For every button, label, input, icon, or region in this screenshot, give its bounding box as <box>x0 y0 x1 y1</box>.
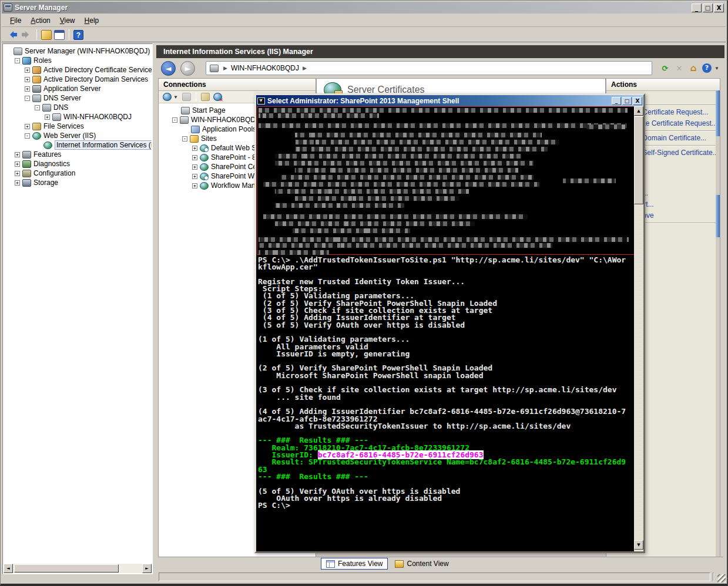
menu-item-view[interactable]: View <box>55 15 80 26</box>
tree-item-label[interactable]: DNS Server <box>43 94 81 102</box>
help-dropdown-icon[interactable]: ▼ <box>714 66 719 71</box>
tree-item-label[interactable]: SharePoint - 80 <box>211 153 260 161</box>
tree-item-label[interactable]: Server Manager (WIN-NFHAOK0BQDJ) <box>25 47 150 55</box>
powershell-titlebar[interactable]: Select Administrator: SharePoint 2013 Ma… <box>256 95 643 106</box>
tree-item[interactable]: Internet Information Services (IIS) M <box>4 140 152 150</box>
tree-item-label[interactable]: Application Server <box>43 85 100 93</box>
tab-label[interactable]: Content View <box>407 560 448 568</box>
minimize-button[interactable]: _ <box>692 4 702 12</box>
show-window-icon[interactable] <box>54 30 65 40</box>
expand-icon[interactable]: + <box>15 161 20 167</box>
iis-back-icon[interactable]: ◄ <box>161 61 176 76</box>
console-scrollbar[interactable]: ▲ ▼ <box>634 106 643 551</box>
ps-maximize-button[interactable]: □ <box>622 97 632 105</box>
menu-item-file[interactable]: File <box>5 15 26 26</box>
home-icon[interactable]: ⌂ <box>688 63 699 73</box>
maximize-button[interactable]: □ <box>703 4 713 12</box>
tree-item[interactable]: +Active Directory Domain Services <box>4 75 152 84</box>
iis-help-icon[interactable]: ? <box>702 63 712 73</box>
tree-item[interactable]: +File Services <box>4 122 152 131</box>
tree-item-label[interactable]: WIN-NFHAOK0BQDJ <box>63 113 132 121</box>
scroll-up-icon[interactable]: ▲ <box>634 106 643 116</box>
scrollbar-thumb[interactable] <box>634 116 643 204</box>
tree-item-label[interactable]: Features <box>33 150 61 159</box>
collapse-icon[interactable]: - <box>25 96 30 101</box>
ps-minimize-button[interactable]: _ <box>612 97 621 105</box>
tree-item-label[interactable]: Roles <box>33 56 52 65</box>
iis-forward-icon[interactable]: ► <box>180 61 195 76</box>
tree-item[interactable]: +Application Server <box>4 84 152 93</box>
storage-icon <box>22 179 31 187</box>
expand-icon[interactable]: + <box>15 152 20 157</box>
tree-item-label[interactable]: Configuration <box>33 169 75 177</box>
tree-item[interactable]: -Web Server (IIS) <box>4 131 152 140</box>
resize-grip[interactable] <box>717 574 726 582</box>
back-icon[interactable] <box>6 29 18 40</box>
tree-item-label[interactable]: Active Directory Certificate Services <box>43 66 152 74</box>
tree-item[interactable]: -Roles <box>4 56 152 65</box>
tree-item[interactable]: +Active Directory Certificate Services <box>4 65 152 75</box>
tree-item[interactable]: +Configuration <box>4 169 152 178</box>
breadcrumb-arrow-icon[interactable]: ▶ <box>303 65 307 71</box>
collapse-icon[interactable]: - <box>35 105 40 110</box>
close-button[interactable]: X <box>714 4 724 12</box>
menu-item-action[interactable]: Action <box>26 15 55 26</box>
tree-item[interactable]: +WIN-NFHAOK0BQDJ <box>4 112 152 122</box>
tree-item-label[interactable]: DNS <box>53 103 68 112</box>
expand-icon[interactable]: + <box>15 171 20 176</box>
scroll-left-icon[interactable]: ◄ <box>4 564 13 573</box>
scroll-down-icon[interactable]: ▼ <box>634 540 643 550</box>
tab-content-view[interactable]: Content View <box>390 558 453 570</box>
tree-horizontal-scrollbar[interactable]: ◄ ► <box>4 564 152 573</box>
tree-item[interactable]: +Features <box>4 150 152 159</box>
expand-icon[interactable]: + <box>192 146 197 151</box>
refresh-icon[interactable]: ⟳ <box>660 63 670 73</box>
iis-breadcrumb[interactable]: ▶ WIN-NFHAOK0BQDJ ▶ <box>206 61 652 75</box>
expand-icon[interactable]: + <box>45 114 50 120</box>
collapse-icon[interactable]: - <box>15 58 20 63</box>
expand-icon[interactable]: + <box>25 86 30 92</box>
tree-item[interactable]: Server Manager (WIN-NFHAOK0BQDJ) <box>4 46 152 56</box>
expand-icon[interactable]: + <box>25 77 30 82</box>
tree-item-label[interactable]: Web Server (IIS) <box>43 132 96 140</box>
tree-item-label[interactable]: File Services <box>43 122 84 130</box>
collapse-icon[interactable]: - <box>172 117 177 123</box>
expand-icon[interactable]: + <box>192 155 197 160</box>
tree-item-label[interactable]: Application Pools <box>202 125 256 133</box>
export-icon[interactable] <box>41 30 52 40</box>
expand-icon[interactable]: + <box>192 174 197 179</box>
ps-close-button[interactable]: X <box>633 97 642 105</box>
actions-scrollbar[interactable] <box>716 90 720 557</box>
tree-item-label[interactable]: Start Page <box>192 106 226 114</box>
scrollbar-thumb[interactable] <box>716 90 720 136</box>
connection-dropdown-icon[interactable]: ▼ <box>173 95 178 100</box>
tree-item-label[interactable]: Internet Information Services (IIS) M <box>55 140 152 150</box>
scrollbar-thumb[interactable] <box>716 195 720 237</box>
scroll-right-icon[interactable]: ► <box>142 564 152 573</box>
tree-item-label[interactable]: Diagnostics <box>33 160 70 168</box>
remove-connection-icon[interactable] <box>213 93 222 101</box>
expand-icon[interactable]: + <box>15 180 20 186</box>
expand-icon[interactable]: + <box>25 68 30 73</box>
tree-item-label[interactable]: Active Directory Domain Services <box>43 75 148 83</box>
collapse-icon[interactable]: - <box>25 133 30 139</box>
forward-icon[interactable] <box>21 29 32 40</box>
expand-icon[interactable]: + <box>25 124 30 129</box>
tab-label[interactable]: Features View <box>338 560 383 568</box>
create-connection-icon[interactable] <box>163 93 172 101</box>
expand-icon[interactable]: + <box>192 183 197 188</box>
expand-icon[interactable]: + <box>192 164 197 170</box>
menu-item-help[interactable]: Help <box>80 15 104 26</box>
tree-item[interactable]: -DNS Server <box>4 93 152 103</box>
collapse-icon[interactable]: - <box>182 136 187 142</box>
console-area[interactable]: PS C:\> .\AddTrustedTokenIssuerToSite.ps… <box>256 106 643 551</box>
breadcrumb-server[interactable]: WIN-NFHAOK0BQDJ <box>231 64 299 72</box>
tree-item[interactable]: -DNS <box>4 103 152 112</box>
scrollbar-thumb[interactable] <box>14 564 119 572</box>
tree-item-label[interactable]: Storage <box>33 179 58 187</box>
tab-features-view[interactable]: Features View <box>321 558 388 570</box>
help-icon[interactable]: ? <box>73 30 83 40</box>
tree-item[interactable]: +Storage <box>4 178 152 187</box>
tree-item[interactable]: +Diagnostics <box>4 159 152 169</box>
tree-item-label[interactable]: Sites <box>201 134 217 143</box>
